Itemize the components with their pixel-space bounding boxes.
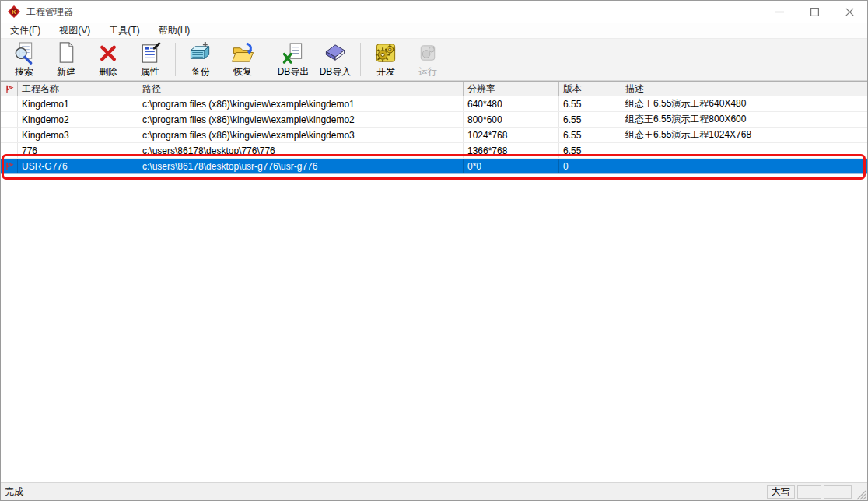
cell-path: c:\users\86178\desktop\usr-g776\usr-g776 (138, 159, 464, 173)
toolbar-label: 备份 (191, 65, 210, 79)
search-button[interactable]: 搜索 (3, 39, 45, 80)
cell-project-name: 776 (18, 143, 138, 158)
toolbar-label: 新建 (57, 65, 75, 79)
toolbar-label: 属性 (141, 65, 159, 79)
maximize-button[interactable] (797, 1, 832, 23)
cell-version: 6.55 (559, 112, 621, 127)
table-row[interactable]: 776 c:\users\86178\desktop\776\776 1366*… (1, 143, 867, 159)
backup-button[interactable]: 备份 (180, 39, 222, 80)
header-version[interactable]: 版本 (559, 82, 621, 96)
close-icon (845, 8, 854, 16)
cell-description (621, 143, 866, 158)
menu-help[interactable]: 帮助(H) (152, 23, 198, 38)
properties-button[interactable]: 属性 (129, 39, 171, 80)
db-export-icon (281, 41, 306, 65)
flag-icon (5, 84, 14, 94)
cell-version: 6.55 (559, 96, 621, 111)
app-logo-icon: K (8, 5, 20, 18)
toolbar-separator (360, 43, 361, 76)
caps-lock-indicator: 大写 (767, 485, 795, 499)
menu-view[interactable]: 视图(V) (52, 23, 97, 38)
cell-resolution: 640*480 (464, 96, 559, 111)
flag-cell (1, 128, 18, 142)
flag-cell (1, 96, 18, 111)
toolbar-separator (268, 43, 268, 76)
header-flag-column[interactable] (1, 82, 18, 96)
search-icon (12, 41, 37, 65)
header-description[interactable]: 描述 (621, 82, 866, 96)
toolbar-label: DB导出 (278, 65, 310, 79)
table-row[interactable]: Kingdemo2 c:\program files (x86)\kingvie… (1, 112, 867, 128)
cell-version: 6.55 (559, 128, 621, 142)
project-list: 工程名称 路径 分辨率 版本 描述 Kingdemo1 c:\program f… (1, 81, 867, 174)
backup-icon (188, 41, 213, 65)
cell-project-name: Kingdemo3 (18, 128, 138, 142)
header-path[interactable]: 路径 (138, 82, 464, 96)
run-icon (415, 41, 440, 65)
cell-path: c:\program files (x86)\kingview\example\… (138, 112, 464, 127)
header-project-name[interactable]: 工程名称 (18, 82, 138, 96)
svg-text:K: K (12, 9, 16, 16)
window-title: 工程管理器 (26, 5, 73, 19)
list-empty-area (1, 174, 867, 482)
toolbar-label: 恢复 (233, 65, 252, 79)
cell-resolution: 1024*768 (464, 128, 559, 142)
header-resolution[interactable]: 分辨率 (464, 82, 559, 96)
cell-project-name: USR-G776 (18, 159, 138, 173)
cell-path: c:\program files (x86)\kingview\example\… (138, 128, 464, 142)
develop-icon (373, 41, 398, 65)
minimize-button[interactable] (762, 1, 797, 23)
maximize-icon (810, 8, 819, 16)
cell-resolution: 800*600 (464, 112, 559, 127)
table-row[interactable]: Kingdemo1 c:\program files (x86)\kingvie… (1, 96, 867, 112)
table-row-selected[interactable]: USR-G776 c:\users\86178\desktop\usr-g776… (1, 159, 867, 174)
resize-grip[interactable] (855, 489, 866, 500)
menu-bar: 文件(F) 视图(V) 工具(T) 帮助(H) (1, 23, 867, 39)
minimize-icon (775, 8, 784, 16)
cell-description (621, 159, 866, 173)
table-row[interactable]: Kingdemo3 c:\program files (x86)\kingvie… (1, 128, 867, 143)
flag-cell (1, 143, 18, 158)
db-import-button[interactable]: DB导入 (314, 39, 356, 80)
cell-description: 组态王6.55演示工程800X600 (621, 112, 866, 127)
delete-button[interactable]: 删除 (87, 39, 129, 80)
properties-icon (138, 41, 163, 65)
toolbar: 搜索 新建 删除 (1, 39, 867, 81)
cell-resolution: 1366*768 (464, 143, 559, 158)
cell-version: 6.55 (559, 143, 621, 158)
toolbar-label: 删除 (99, 65, 117, 79)
status-panel-empty (797, 485, 821, 499)
project-manager-window: K 工程管理器 文件(F) 视图(V) 工具(T) 帮助(H) (0, 0, 868, 501)
develop-button[interactable]: 开发 (365, 39, 407, 80)
new-button[interactable]: 新建 (45, 39, 87, 80)
toolbar-separator (175, 43, 176, 76)
new-icon (54, 41, 79, 65)
menu-file[interactable]: 文件(F) (3, 23, 47, 38)
cell-path: c:\users\86178\desktop\776\776 (138, 143, 464, 158)
flag-cell (1, 112, 18, 127)
table-header-row: 工程名称 路径 分辨率 版本 描述 (1, 81, 867, 96)
cell-path: c:\program files (x86)\kingview\example\… (138, 96, 464, 111)
status-panel-empty (824, 485, 852, 499)
title-bar: K 工程管理器 (1, 1, 867, 23)
db-import-icon (323, 41, 348, 65)
restore-button[interactable]: 恢复 (222, 39, 264, 80)
menu-tools[interactable]: 工具(T) (102, 23, 146, 38)
toolbar-label: 搜索 (15, 65, 33, 79)
toolbar-label: 运行 (418, 65, 437, 79)
toolbar-label: 开发 (376, 65, 395, 79)
toolbar-separator (453, 43, 453, 76)
cell-version: 0 (559, 159, 621, 173)
cell-description: 组态王6.55演示工程1024X768 (621, 128, 866, 142)
cell-resolution: 0*0 (464, 159, 559, 173)
flag-icon (5, 161, 14, 171)
cell-description: 组态王6.55演示工程640X480 (621, 96, 866, 111)
toolbar-label: DB导入 (320, 65, 352, 79)
db-export-button[interactable]: DB导出 (272, 39, 314, 80)
close-button[interactable] (832, 1, 867, 23)
flag-cell (1, 159, 18, 173)
delete-icon (96, 41, 121, 65)
cell-project-name: Kingdemo2 (18, 112, 138, 127)
run-button[interactable]: 运行 (407, 39, 449, 80)
cell-project-name: Kingdemo1 (18, 96, 138, 111)
